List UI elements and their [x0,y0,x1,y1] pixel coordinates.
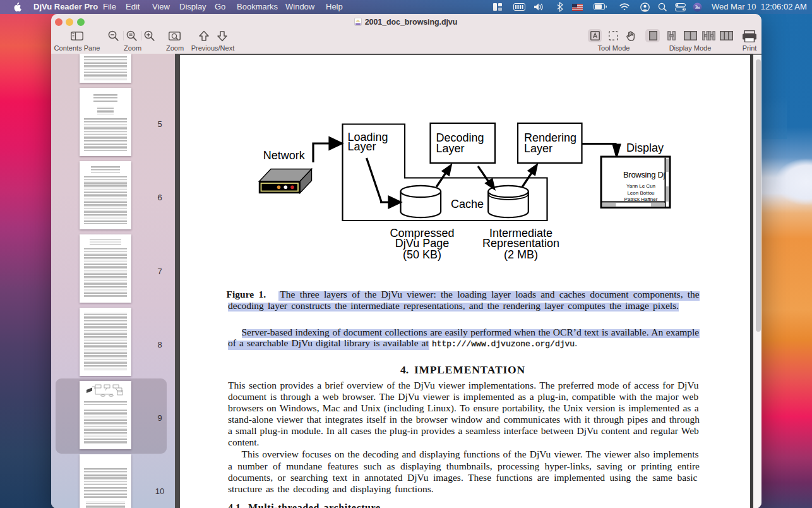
svg-text:Layer: Layer [524,142,552,155]
svg-text:Display: Display [626,142,664,154]
svg-text:Layer: Layer [436,142,464,155]
svg-text:Cache: Cache [451,198,484,210]
svg-text:Network: Network [263,149,305,162]
svg-text:Representation: Representation [482,237,559,250]
svg-text:Yann Le Cun: Yann Le Cun [626,183,655,189]
svg-text:DjVu Page: DjVu Page [395,237,448,250]
svg-text:(50 KB): (50 KB) [402,248,441,261]
svg-text:Patrick Haffner: Patrick Haffner [624,197,657,202]
svg-text:Layer: Layer [347,140,376,153]
svg-text:(2 MB): (2 MB) [504,248,538,261]
svg-text:Leon Bottou: Leon Bottou [627,190,654,196]
